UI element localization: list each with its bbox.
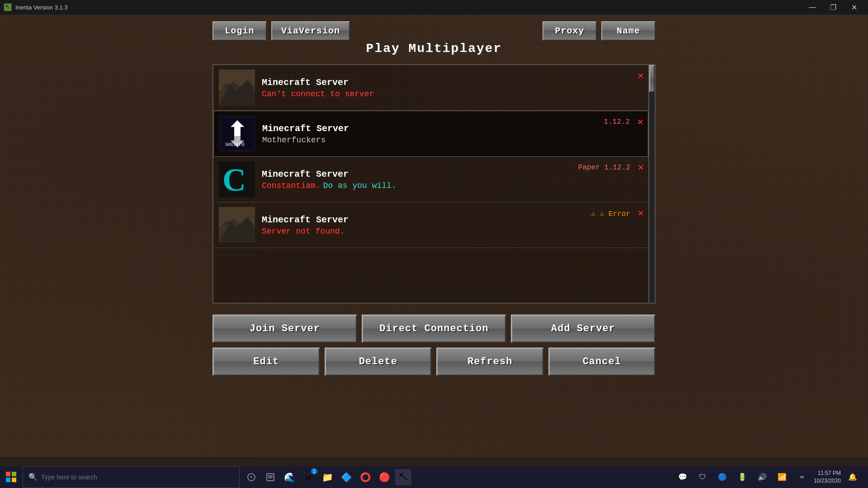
server-item-4[interactable]: Minecraft Server Server not found. ⚠ ⚠ E…: [213, 202, 648, 248]
edit-button[interactable]: Edit: [212, 347, 320, 376]
taskbar: 🔍 🌊 ✉ 1 📁 🔷 ⭕ �: [0, 466, 868, 488]
server-status-3-part1: Constantiam.: [262, 181, 321, 190]
svg-point-19: [250, 476, 252, 478]
title-bar-controls: — ❐ ✕: [802, 0, 864, 14]
task-view-icon[interactable]: [243, 469, 259, 485]
file-explorer-icon[interactable]: 📁: [319, 469, 335, 485]
server-info-4: Minecraft Server Server not found.: [262, 215, 643, 236]
notification-icon[interactable]: 🔔: [844, 469, 861, 485]
server-delete-btn-2[interactable]: ✕: [637, 116, 643, 128]
bluetooth-icon[interactable]: 🔵: [714, 469, 731, 485]
bottom-row-1: Join Server Direct Connection Add Server: [212, 314, 656, 343]
top-right-buttons: Proxy Name: [542, 21, 656, 41]
app-icon: ⛏: [4, 3, 12, 11]
title-bar-left: ⛏ Inertia Version 3.1.3: [4, 3, 68, 11]
search-icon: 🔍: [28, 473, 38, 482]
add-server-button[interactable]: Add Server: [511, 314, 656, 343]
top-left-buttons: Login ViaVersion: [212, 21, 350, 41]
server-name-2: Minecraft Server: [262, 123, 642, 134]
chrome2-icon[interactable]: 🔴: [376, 469, 392, 485]
server-list[interactable]: Minecraft Server Can't connect to server…: [213, 65, 648, 303]
chrome-icon[interactable]: ⭕: [357, 469, 373, 485]
server-icon-3: C: [219, 161, 255, 197]
minimize-button[interactable]: —: [802, 0, 823, 14]
page-title: Play Multiplayer: [366, 42, 502, 56]
server-version-2: 1.12.2: [604, 118, 630, 126]
edge-icon[interactable]: 🌊: [281, 469, 297, 485]
tablet-mode-icon[interactable]: [262, 469, 278, 485]
title-bar: ⛏ Inertia Version 3.1.3 — ❐ ✕: [0, 0, 868, 14]
svg-rect-21: [268, 475, 273, 479]
name-button[interactable]: Name: [601, 21, 656, 41]
clock[interactable]: 11:57 PM 10/23/2020: [814, 469, 841, 485]
server-info-1: Minecraft Server Can't connect to server: [262, 77, 643, 99]
server-icon-2: SHOCKBYTE: [219, 116, 255, 152]
svg-rect-15: [12, 472, 16, 476]
join-server-button[interactable]: Join Server: [212, 314, 357, 343]
top-buttons: Login ViaVersion Proxy Name: [208, 21, 660, 41]
server-icon-4: [219, 207, 255, 243]
discord-icon[interactable]: 💬: [675, 469, 691, 485]
search-input[interactable]: [41, 474, 234, 481]
server-icon-1: [219, 70, 255, 106]
server-info-2: Minecraft Server Motherfuckers: [262, 123, 642, 145]
viaversion-button[interactable]: ViaVersion: [271, 21, 350, 41]
svg-rect-17: [12, 478, 16, 482]
svg-rect-14: [6, 472, 10, 476]
scrollbar[interactable]: [648, 65, 655, 303]
server-item-2[interactable]: SHOCKBYTE Minecraft Server Motherfuckers…: [213, 111, 648, 157]
svg-rect-16: [6, 478, 10, 482]
close-button[interactable]: ✕: [844, 0, 864, 14]
server-status-4: Server not found.: [262, 227, 643, 236]
error-icon: ⚠: [591, 210, 596, 218]
delete-button[interactable]: Delete: [325, 347, 432, 376]
server-status-2: Motherfuckers: [262, 136, 642, 145]
battery-icon[interactable]: 🔋: [734, 469, 750, 485]
mail-icon[interactable]: ✉ 1: [300, 469, 316, 485]
taskbar-search[interactable]: 🔍: [23, 466, 240, 488]
bottom-buttons: Join Server Direct Connection Add Server…: [212, 314, 656, 376]
server-version-3: Paper 1.12.2: [578, 164, 630, 172]
server-version-4: ⚠ ⚠ Error: [591, 209, 631, 218]
minecraft-icon[interactable]: ⛏: [395, 469, 411, 485]
server-delete-btn-4[interactable]: ✕: [638, 207, 644, 219]
multiplayer-panel: Login ViaVersion Proxy Name Play Multipl…: [208, 14, 660, 385]
proxy-button[interactable]: Proxy: [542, 21, 597, 41]
title-text: Inertia Version 3.1.3: [15, 4, 68, 11]
edge-blue-icon[interactable]: 🔷: [338, 469, 354, 485]
start-button[interactable]: [0, 466, 23, 488]
server-status-3-part2: Do as you will.: [323, 181, 396, 190]
server-delete-btn-3[interactable]: ✕: [638, 161, 644, 174]
server-status-3: Constantiam. Do as you will.: [262, 181, 643, 190]
taskbar-center-icons: 🌊 ✉ 1 📁 🔷 ⭕ 🔴 ⛏: [240, 469, 415, 485]
server-list-container: Minecraft Server Can't connect to server…: [212, 64, 656, 304]
direct-connection-button[interactable]: Direct Connection: [362, 314, 506, 343]
svg-text:SHOCKBYTE: SHOCKBYTE: [225, 143, 245, 147]
server-info-3: Minecraft Server Constantiam. Do as you …: [262, 169, 643, 190]
cancel-button[interactable]: Cancel: [548, 347, 656, 376]
scrollbar-thumb[interactable]: [649, 65, 655, 92]
keyboard-icon[interactable]: ⌨: [794, 469, 810, 485]
login-button[interactable]: Login: [212, 21, 267, 41]
bottom-row-2: Edit Delete Refresh Cancel: [212, 347, 656, 376]
security-icon[interactable]: 🛡: [694, 469, 711, 485]
svg-text:C: C: [222, 162, 246, 197]
server-status-1: Can't connect to server: [262, 89, 643, 99]
network-icon[interactable]: 📶: [774, 469, 790, 485]
taskbar-right: 💬 🛡 🔵 🔋 🔊 📶 ⌨ 11:57 PM 10/23/2020 🔔: [675, 466, 868, 488]
server-delete-btn-1[interactable]: ✕: [638, 70, 644, 82]
refresh-button[interactable]: Refresh: [436, 347, 544, 376]
server-name-1: Minecraft Server: [262, 77, 643, 88]
server-item-3[interactable]: C Minecraft Server Constantiam. Do as yo…: [213, 157, 648, 202]
server-name-4: Minecraft Server: [262, 215, 643, 225]
server-item-1[interactable]: Minecraft Server Can't connect to server…: [213, 65, 648, 111]
volume-icon[interactable]: 🔊: [754, 469, 770, 485]
maximize-button[interactable]: ❐: [823, 0, 844, 14]
game-area: Login ViaVersion Proxy Name Play Multipl…: [0, 14, 868, 457]
